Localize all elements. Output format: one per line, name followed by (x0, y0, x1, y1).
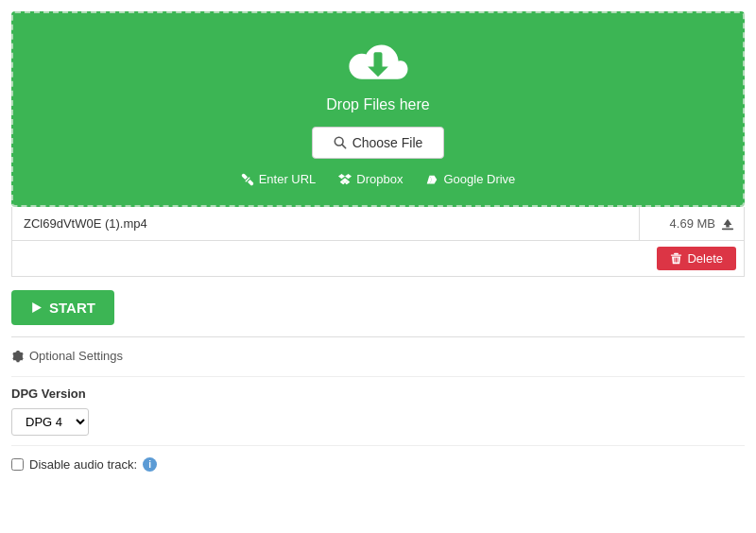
file-name: ZCl69dVtW0E (1).mp4 (12, 207, 640, 240)
upload-icon (721, 217, 734, 231)
dropzone: Drop Files here Choose File Enter URL (11, 11, 745, 207)
enter-url-link[interactable]: Enter URL (241, 172, 317, 186)
gear-icon (11, 350, 25, 363)
svg-rect-16 (674, 253, 679, 255)
svg-line-4 (342, 145, 346, 148)
svg-rect-14 (722, 228, 733, 230)
delete-button[interactable]: Delete (657, 247, 736, 270)
trash-icon (670, 252, 682, 265)
dropbox-link[interactable]: Dropbox (338, 172, 403, 186)
file-size: 4.69 MB (670, 216, 715, 231)
choose-file-button[interactable]: Choose File (312, 127, 445, 159)
start-area: START (11, 290, 745, 325)
svg-rect-17 (671, 254, 681, 255)
google-drive-link[interactable]: Google Drive (425, 172, 515, 186)
dpg-version-label: DPG Version (11, 387, 745, 401)
dpg-version-section: DPG Version DPG 4 DPG 3 DPG 2 DPG 1 (11, 376, 745, 445)
dropbox-icon (338, 173, 352, 186)
file-row: ZCl69dVtW0E (1).mp4 4.69 MB (11, 207, 745, 241)
drop-text: Drop Files here (326, 96, 429, 113)
optional-settings-header: Optional Settings (11, 336, 745, 363)
search-icon (334, 136, 347, 149)
svg-marker-15 (724, 218, 732, 227)
cloud-upload-icon (344, 36, 412, 89)
disable-audio-checkbox[interactable] (11, 458, 24, 471)
optional-label: Optional Settings (11, 349, 745, 363)
info-icon[interactable]: i (143, 457, 157, 472)
svg-marker-6 (338, 173, 345, 178)
svg-marker-21 (32, 302, 42, 313)
disable-audio-label[interactable]: Disable audio track: (29, 457, 137, 472)
source-links: Enter URL Dropbox Google Drive (241, 172, 516, 186)
file-size-area: 4.69 MB (640, 207, 744, 240)
play-icon (30, 301, 43, 314)
google-drive-icon (425, 173, 438, 186)
dpg-version-select[interactable]: DPG 4 DPG 3 DPG 2 DPG 1 (11, 408, 89, 436)
link-icon (241, 173, 254, 186)
svg-marker-7 (345, 173, 352, 178)
disable-audio-row: Disable audio track: i (11, 445, 745, 483)
start-button[interactable]: START (11, 290, 114, 325)
delete-row: Delete (11, 241, 745, 277)
